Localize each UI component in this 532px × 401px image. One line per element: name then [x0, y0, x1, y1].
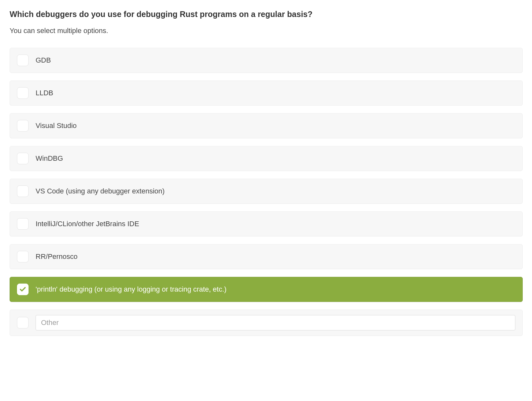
option-println[interactable]: 'println' debugging (or using any loggin… [10, 277, 523, 302]
option-label: IntelliJ/CLion/other JetBrains IDE [36, 220, 515, 228]
option-windbg[interactable]: WinDBG [10, 146, 523, 171]
option-rr-pernosco[interactable]: RR/Pernosco [10, 244, 523, 269]
question-title: Which debuggers do you use for debugging… [10, 10, 523, 19]
checkbox[interactable] [17, 317, 29, 328]
checkmark-icon [19, 286, 26, 293]
checkbox[interactable] [17, 284, 29, 295]
option-jetbrains[interactable]: IntelliJ/CLion/other JetBrains IDE [10, 211, 523, 236]
other-input[interactable] [36, 315, 515, 330]
option-gdb[interactable]: GDB [10, 48, 523, 73]
option-label: GDB [36, 56, 515, 64]
option-label: RR/Pernosco [36, 252, 515, 261]
checkbox[interactable] [17, 153, 29, 164]
question-subtitle: You can select multiple options. [10, 27, 523, 35]
checkbox[interactable] [17, 87, 29, 99]
option-label: LLDB [36, 89, 515, 97]
checkbox[interactable] [17, 218, 29, 230]
option-lldb[interactable]: LLDB [10, 81, 523, 106]
checkbox[interactable] [17, 120, 29, 132]
option-vscode[interactable]: VS Code (using any debugger extension) [10, 179, 523, 204]
checkbox[interactable] [17, 55, 29, 66]
option-other[interactable] [10, 310, 523, 336]
checkbox[interactable] [17, 185, 29, 197]
checkbox[interactable] [17, 251, 29, 262]
option-label: WinDBG [36, 154, 515, 163]
option-label: Visual Studio [36, 122, 515, 130]
option-visual-studio[interactable]: Visual Studio [10, 113, 523, 138]
option-label: 'println' debugging (or using any loggin… [36, 285, 515, 294]
option-label: VS Code (using any debugger extension) [36, 187, 515, 195]
